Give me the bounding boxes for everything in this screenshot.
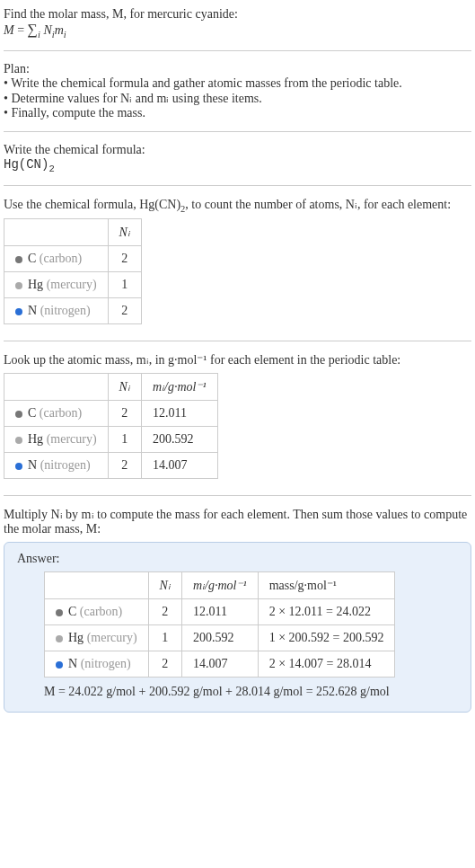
element-dot [56, 635, 63, 642]
table-header-row: Nᵢ mᵢ/g·mol⁻¹ [4, 374, 218, 401]
answer-result: M = 24.022 g/mol + 200.592 g/mol + 28.01… [44, 685, 458, 699]
divider [4, 495, 471, 496]
table-header-row: Nᵢ mᵢ/g·mol⁻¹ mass/g·mol⁻¹ [45, 572, 395, 599]
answer-box: Answer: Nᵢ mᵢ/g·mol⁻¹ mass/g·mol⁻¹ C (ca… [4, 542, 471, 713]
plan-b3: • Finally, compute the mass. [4, 106, 471, 120]
lookup-mass: Look up the atomic mass, mᵢ, in g·mol⁻¹ … [4, 349, 471, 488]
cell-mi: 14.007 [141, 453, 217, 479]
col-ni: Nᵢ [148, 572, 181, 599]
cell-mass: 2 × 12.011 = 24.022 [258, 599, 395, 625]
multiply-section: Multiply Nᵢ by mᵢ to compute the mass fo… [4, 503, 471, 716]
cell-mass: 1 × 200.592 = 200.592 [258, 625, 395, 651]
cell-mi: 14.007 [181, 651, 258, 678]
col-mass: mass/g·mol⁻¹ [258, 572, 395, 599]
divider [4, 50, 471, 51]
cell-ni: 1 [148, 625, 181, 651]
element-dot [56, 661, 63, 669]
plan-title: Plan: [4, 62, 471, 76]
plan-b2: • Determine values for Nᵢ and mᵢ using t… [4, 91, 471, 106]
cell-mass: 2 × 14.007 = 28.014 [258, 651, 395, 678]
table-header-row: Nᵢ [4, 219, 142, 246]
write-formula-title: Write the chemical formula: [4, 143, 471, 157]
table-row: C (carbon) 2 12.011 [4, 401, 218, 427]
table-row: C (carbon) 2 12.011 2 × 12.011 = 24.022 [45, 599, 395, 625]
intro-line1: Find the molar mass, M, for mercuric cya… [4, 7, 471, 22]
multiply-text: Multiply Nᵢ by mᵢ to compute the mass fo… [4, 507, 471, 536]
divider [4, 341, 471, 341]
col-mi: mᵢ/g·mol⁻¹ [181, 572, 258, 599]
element-dot [15, 282, 22, 289]
cell-ni: 1 [108, 427, 141, 453]
table-row: Hg (mercury) 1 200.592 [4, 427, 218, 453]
col-ni: Nᵢ [108, 219, 141, 246]
answer-label: Answer: [17, 552, 458, 566]
cell-mi: 200.592 [141, 427, 217, 453]
table-row: N (nitrogen) 2 14.007 2 × 14.007 = 28.01… [45, 651, 395, 678]
element-dot [56, 609, 63, 616]
cell-mi: 12.011 [141, 401, 217, 427]
table-row: N (nitrogen) 2 [4, 298, 142, 324]
cell-mi: 12.011 [181, 599, 258, 625]
table-row: C (carbon) 2 [4, 246, 142, 272]
lookup-text: Look up the atomic mass, mᵢ, in g·mol⁻¹ … [4, 352, 471, 368]
chemical-formula: Hg(CN)2 [4, 157, 55, 172]
cell-ni: 2 [108, 246, 141, 272]
plan-b1: • Write the chemical formula and gather … [4, 76, 471, 91]
intro: Find the molar mass, M, for mercuric cya… [4, 4, 471, 43]
count-table: Nᵢ C (carbon) 2 Hg (mercury) 1 N (nitrog… [4, 218, 142, 324]
count-text: Use the chemical formula, Hg(CN)2, to co… [4, 197, 471, 214]
element-dot [15, 463, 22, 470]
sum-index: i [38, 30, 40, 40]
lookup-table: Nᵢ mᵢ/g·mol⁻¹ C (carbon) 2 12.011 Hg (me… [4, 373, 218, 479]
cell-ni: 2 [108, 401, 141, 427]
cell-ni: 2 [148, 599, 181, 625]
col-ni: Nᵢ [108, 374, 141, 401]
divider [4, 131, 471, 132]
element-dot [15, 437, 22, 444]
cell-ni: 2 [108, 453, 141, 479]
cell-ni: 2 [148, 651, 181, 678]
intro-formula: M = ∑i Nimi [4, 22, 471, 40]
count-atoms: Use the chemical formula, Hg(CN)2, to co… [4, 193, 471, 334]
write-formula: Write the chemical formula: Hg(CN)2 [4, 139, 471, 178]
answer-table: Nᵢ mᵢ/g·mol⁻¹ mass/g·mol⁻¹ C (carbon) 2 … [44, 571, 395, 678]
cell-ni: 1 [108, 272, 141, 298]
table-row: Hg (mercury) 1 200.592 1 × 200.592 = 200… [45, 625, 395, 651]
table-row: N (nitrogen) 2 14.007 [4, 453, 218, 479]
element-dot [15, 411, 22, 418]
table-row: Hg (mercury) 1 [4, 272, 142, 298]
cell-mi: 200.592 [181, 625, 258, 651]
plan: Plan: • Write the chemical formula and g… [4, 58, 471, 124]
element-dot [15, 308, 22, 315]
divider [4, 185, 471, 186]
cell-ni: 2 [108, 298, 141, 324]
element-dot [15, 256, 22, 263]
col-mi: mᵢ/g·mol⁻¹ [141, 374, 217, 401]
